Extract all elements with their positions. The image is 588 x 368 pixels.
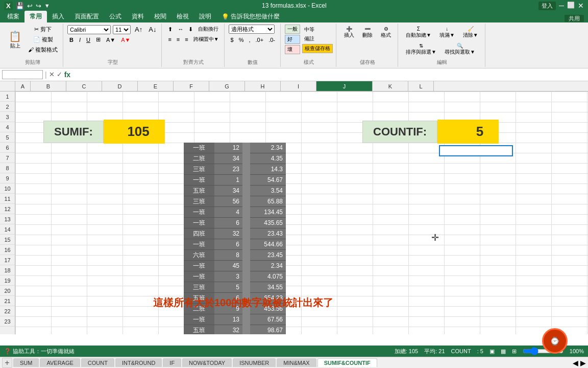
insert-cells-btn[interactable]: ➕ 插入: [340, 25, 358, 40]
comma-btn[interactable]: ,: [247, 36, 252, 44]
table-row-num-5[interactable]: 56: [214, 196, 242, 207]
table-row-class-7[interactable]: 一班: [184, 218, 214, 228]
style-neutral[interactable]: 中等: [302, 26, 333, 34]
table-row-num-10[interactable]: 8: [214, 250, 242, 261]
decrease-font-btn[interactable]: A↓: [146, 25, 158, 34]
tab-sum[interactable]: SUM: [13, 358, 39, 367]
style-normal[interactable]: 一般: [285, 25, 300, 34]
row-header-15[interactable]: 15: [0, 235, 15, 245]
table-row-num-11[interactable]: 45: [214, 261, 242, 271]
row-header-11[interactable]: 11: [0, 194, 15, 204]
table-row-class-1[interactable]: 二班: [184, 153, 214, 164]
table-row-class-17[interactable]: 五班: [184, 325, 214, 334]
col-header-k[interactable]: K: [373, 81, 408, 91]
table-row-class-13[interactable]: 三班: [184, 282, 214, 293]
add-sheet-btn[interactable]: +: [2, 358, 12, 368]
sheet-cells[interactable]: SUMIF: 105 COUNTIF: 5 ✛ 一班二班三班一班五班三班一班一班…: [15, 91, 588, 334]
col-header-l[interactable]: L: [408, 81, 434, 91]
restore-icon[interactable]: ⬜: [567, 2, 575, 10]
find-select-btn[interactable]: 🔍 尋找與選取▼: [441, 41, 479, 57]
style-check-cell[interactable]: 核查儲存格: [302, 44, 333, 53]
tab-view[interactable]: 檢視: [172, 11, 194, 22]
tab-minmax[interactable]: MIN&MAX: [277, 358, 316, 367]
fill-color-btn[interactable]: A▼: [104, 36, 117, 44]
share-btn[interactable]: 共用: [565, 15, 584, 22]
table-row-num-6[interactable]: 4: [214, 207, 242, 218]
increase-decimal-btn[interactable]: .0+: [254, 36, 266, 44]
table-row-val-2[interactable]: 14.3: [250, 164, 286, 175]
row-header-23[interactable]: 23: [0, 316, 15, 327]
align-middle-btn[interactable]: ↔: [176, 25, 185, 33]
table-row-class-12[interactable]: 一班: [184, 271, 214, 282]
row-header-22[interactable]: 22: [0, 306, 15, 316]
table-row-num-7[interactable]: 6: [214, 218, 242, 228]
customize-icon[interactable]: ▼: [44, 3, 50, 9]
row-header-17[interactable]: 17: [0, 255, 15, 265]
table-row-class-4[interactable]: 五班: [184, 186, 214, 196]
tab-tell-me[interactable]: 💡 告訴我您想做什麼: [216, 11, 285, 22]
sign-in-btn[interactable]: 登入: [538, 2, 556, 10]
tab-nowtoday[interactable]: NOW&TODAY: [182, 358, 232, 367]
italic-btn[interactable]: I: [77, 36, 83, 44]
paste-btn[interactable]: 📋 貼上: [5, 29, 25, 51]
tab-isnumber[interactable]: ISNUMBER: [233, 358, 276, 367]
table-row-num-16[interactable]: 13: [214, 314, 242, 325]
table-row-class-6[interactable]: 一班: [184, 207, 214, 218]
col-header-i[interactable]: I: [281, 81, 316, 91]
table-row-class-10[interactable]: 六班: [184, 250, 214, 261]
style-bad[interactable]: 壞: [285, 45, 300, 54]
increase-font-btn[interactable]: A↑: [133, 25, 144, 34]
wrap-text-btn[interactable]: 自動換行: [196, 25, 220, 34]
format-cells-btn[interactable]: ⚙ 格式: [377, 25, 395, 40]
table-row-class-0[interactable]: 一班: [184, 143, 214, 153]
table-row-class-5[interactable]: 三班: [184, 196, 214, 207]
table-row-class-16[interactable]: 一班: [184, 314, 214, 325]
tab-home[interactable]: 常用: [24, 11, 47, 22]
table-row-val-6[interactable]: 134.45: [250, 207, 286, 218]
undo-icon[interactable]: ↩: [27, 2, 33, 10]
select-all-corner[interactable]: [0, 81, 15, 91]
table-row-num-0[interactable]: 12: [214, 143, 242, 153]
font-size-select[interactable]: 11: [113, 25, 131, 34]
underline-btn[interactable]: U: [84, 36, 92, 44]
percent-btn[interactable]: %: [237, 36, 246, 44]
row-header-4[interactable]: 4: [0, 122, 15, 132]
cut-btn[interactable]: ✂ 剪下: [26, 25, 60, 34]
table-row-num-3[interactable]: 1: [214, 175, 242, 186]
table-row-val-13[interactable]: 34.55: [250, 282, 286, 293]
col-header-b[interactable]: B: [31, 81, 66, 91]
table-row-val-17[interactable]: 98.67: [250, 325, 286, 334]
col-header-a[interactable]: A: [15, 81, 31, 91]
table-row-val-1[interactable]: 4.35: [250, 153, 286, 164]
border-btn[interactable]: ⊞: [94, 35, 103, 44]
col-header-f[interactable]: F: [174, 81, 209, 91]
table-row-num-13[interactable]: 5: [214, 282, 242, 293]
tab-formulas[interactable]: 公式: [104, 11, 127, 22]
table-row-num-2[interactable]: 23: [214, 164, 242, 175]
bold-btn[interactable]: B: [67, 36, 76, 44]
table-row-num-8[interactable]: 32: [214, 228, 242, 239]
table-row-val-5[interactable]: 65.88: [250, 196, 286, 207]
table-row-val-9[interactable]: 544.66: [250, 239, 286, 250]
row-header-1[interactable]: 1: [0, 91, 15, 102]
table-row-num-1[interactable]: 34: [214, 153, 242, 164]
align-left-btn[interactable]: ≡: [166, 35, 173, 43]
sort-filter-btn[interactable]: ⇅ 排序與篩選▼: [402, 41, 440, 57]
row-header-18[interactable]: 18: [0, 265, 15, 275]
tab-average[interactable]: AVERAGE: [40, 358, 80, 367]
tab-if[interactable]: IF: [163, 358, 181, 367]
table-row-val-3[interactable]: 54.67: [250, 175, 286, 186]
row-header-19[interactable]: 19: [0, 275, 15, 286]
clear-btn[interactable]: 🧹 清除▼: [459, 25, 482, 40]
tab-page-layout[interactable]: 頁面配置: [69, 11, 104, 22]
row-header-16[interactable]: 16: [0, 245, 15, 255]
table-row-val-8[interactable]: 23.43: [250, 228, 286, 239]
row-header-6[interactable]: 6: [0, 143, 15, 153]
table-row-class-8[interactable]: 四班: [184, 228, 214, 239]
align-bottom-btn[interactable]: ⬇: [186, 25, 195, 34]
merge-btn[interactable]: 跨欄置中▼: [191, 35, 221, 44]
align-top-btn[interactable]: ⬆: [166, 25, 175, 34]
col-header-e[interactable]: E: [138, 81, 174, 91]
name-box[interactable]: [2, 70, 43, 79]
table-row-class-9[interactable]: 一班: [184, 239, 214, 250]
